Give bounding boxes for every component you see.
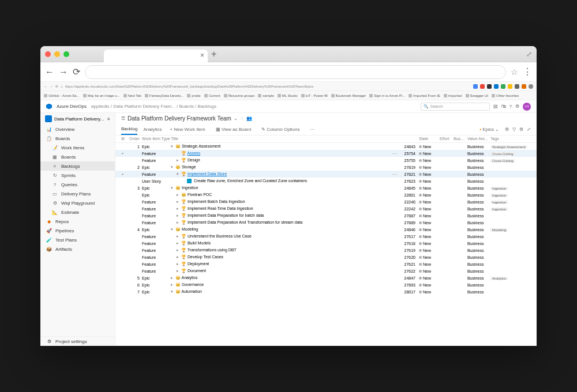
ext-icon[interactable]: [487, 84, 492, 89]
ext-icon[interactable]: [480, 84, 485, 89]
work-item-title[interactable]: Assess: [188, 151, 201, 155]
col-value[interactable]: Value Are...: [467, 137, 490, 141]
breadcrumb-link[interactable]: Data Platform Delivery Fram...: [113, 104, 175, 109]
bookmark-item[interactable]: FantasyData Develo...: [145, 94, 183, 97]
bookmark-item[interactable]: Swagger UI: [466, 94, 488, 97]
expand-toggle[interactable]: ▸: [177, 269, 181, 273]
project-settings-link[interactable]: ⚙ Project settings: [40, 337, 115, 346]
sidebar-item-sprints[interactable]: ↻Sprints: [40, 171, 115, 180]
tag[interactable]: Ingestion: [490, 208, 508, 211]
settings-gear-icon[interactable]: ⚙: [519, 127, 523, 132]
work-item-row[interactable]: Feature▸🏆 Build Models27618NewBusiness: [115, 240, 537, 247]
inner-url[interactable]: https://appliedis.visualstudio.com/Data%…: [65, 85, 314, 88]
fullscreen-icon[interactable]: ⤢: [527, 127, 531, 132]
more-menu-button[interactable]: ⋯: [308, 126, 317, 133]
tag[interactable]: Strategic Assessment: [490, 145, 527, 149]
expand-toggle[interactable]: ▸: [177, 158, 181, 163]
sidebar-item-repos[interactable]: ◆Repos: [40, 217, 115, 226]
work-item-row[interactable]: Feature▸🏆 Design25755NewBusinessCross-Cu…: [115, 157, 537, 164]
expand-toggle[interactable]: ▸: [177, 234, 181, 239]
tab-analytics[interactable]: Analytics: [143, 125, 162, 134]
expand-toggle[interactable]: ▸: [177, 248, 181, 252]
work-item-row[interactable]: 5Epic▸👑 Analytics24847NewBusinessAnalyti…: [115, 274, 537, 281]
chevron-down-icon[interactable]: ⌄: [234, 116, 238, 121]
sidebar-item-backlogs[interactable]: ≡Backlogs: [40, 161, 115, 171]
forward-button[interactable]: →: [59, 67, 68, 77]
bookmark-item[interactable]: ML Studio: [278, 94, 298, 97]
sidebar-item-wiql-playground[interactable]: ⚙Wiql Playground: [40, 198, 115, 208]
view-options-icon[interactable]: ⚙: [505, 127, 509, 132]
col-tags[interactable]: Tags: [490, 137, 531, 141]
sidebar-item-boards[interactable]: 📋Boards: [40, 134, 115, 143]
work-item-row[interactable]: 7Epic▾👑 Automation28017NewBusiness: [115, 288, 537, 295]
work-item-row[interactable]: Feature▸🏆 Implement Batch Data Ingestion…: [115, 198, 537, 205]
search-input[interactable]: 🔍 Search: [421, 103, 490, 111]
expand-toggle[interactable]: ▾: [171, 186, 175, 190]
work-item-row[interactable]: Feature▸🏆 Deployment27621NewBusiness: [115, 261, 537, 267]
row-menu-icon[interactable]: ⋯: [392, 172, 397, 177]
row-menu-icon[interactable]: ⋯: [392, 151, 397, 156]
inner-forward-icon[interactable]: →: [50, 85, 53, 88]
work-item-row[interactable]: Feature▸🏆 Implement Real-Time Data Inges…: [115, 205, 537, 212]
ext-icon[interactable]: [508, 84, 512, 89]
marketplace-icon[interactable]: 🛍: [501, 104, 506, 109]
breadcrumb-link[interactable]: Boards: [179, 104, 194, 109]
work-item-row[interactable]: +Feature▾🏆 Implement Data Store⋯27821New…: [115, 171, 537, 178]
browser-menu-button[interactable]: ⋮: [523, 66, 532, 77]
browser-tab[interactable]: ×: [104, 50, 208, 62]
work-item-row[interactable]: 1Epic▾👑 Strategic Assessment24843NewBusi…: [115, 143, 537, 150]
work-item-row[interactable]: Feature▸🏆 Document27622NewBusiness: [115, 267, 537, 274]
bookmark-item[interactable]: sample: [258, 94, 273, 97]
expand-toggle[interactable]: ▾: [171, 165, 175, 169]
breadcrumb-link[interactable]: Backlogs: [198, 104, 216, 109]
bookmark-star-icon[interactable]: ☆: [511, 67, 518, 77]
col-type[interactable]: Work Item Type: [142, 137, 171, 141]
view-as-board-button[interactable]: ▦View as Board: [213, 126, 253, 133]
col-bus[interactable]: Bus...: [454, 137, 467, 141]
expand-toggle[interactable]: ▾: [171, 144, 175, 149]
new-work-item-button[interactable]: +New Work Item: [167, 126, 207, 133]
work-item-row[interactable]: User Story Create Raw zone, Enriched Zon…: [115, 178, 537, 184]
bookmark-item[interactable]: Sign in to Azure Pi...: [369, 94, 405, 97]
expand-toggle[interactable]: ▸: [177, 220, 181, 225]
inner-reload-icon[interactable]: ⟳: [55, 84, 58, 88]
sidebar-item-artifacts[interactable]: 📦Artifacts: [40, 244, 115, 254]
profile-icon[interactable]: [529, 84, 533, 89]
sidebar-item-pipelines[interactable]: 🚀Pipelines: [40, 226, 115, 235]
bookmark-item[interactable]: Current: [204, 94, 220, 97]
minimize-window-button[interactable]: [54, 51, 60, 57]
reload-button[interactable]: ⟳: [73, 66, 80, 77]
tag[interactable]: Ingestion: [490, 201, 508, 204]
tag[interactable]: Cross-Cutting: [490, 152, 515, 156]
expand-toggle[interactable]: ▾: [177, 172, 181, 176]
back-button[interactable]: ←: [45, 67, 54, 77]
sidebar-item-overview[interactable]: 📊Overview: [40, 125, 115, 134]
expand-toggle[interactable]: ▸: [177, 213, 181, 218]
sidebar-item-estimate[interactable]: 📐Estimate: [40, 208, 115, 217]
add-icon[interactable]: +: [107, 116, 110, 122]
filter-icon[interactable]: ▽: [512, 127, 516, 132]
expand-toggle[interactable]: ▸: [177, 199, 181, 204]
new-tab-button[interactable]: +: [211, 49, 216, 59]
ext-icon[interactable]: [494, 84, 499, 89]
favorite-star-icon[interactable]: ☆: [240, 116, 244, 121]
ext-icon[interactable]: [473, 84, 478, 89]
expand-toggle[interactable]: ▸: [171, 282, 175, 287]
ext-icon[interactable]: [515, 84, 519, 89]
expand-toggle[interactable]: ▸: [177, 206, 181, 211]
bookmark-item[interactable]: IoT - Power BI: [301, 94, 328, 97]
tag[interactable]: Modeling: [490, 228, 508, 232]
work-item-row[interactable]: Feature▸🏆 Develop Test Cases27620NewBusi…: [115, 254, 537, 261]
bookmark-item[interactable]: GitHub - Azure-Sa...: [44, 94, 80, 97]
sidebar-item-queries[interactable]: ?Queries: [40, 180, 115, 189]
bookmark-item[interactable]: Imported From IE: [409, 94, 440, 97]
sidebar-item-boards[interactable]: ▦Boards: [40, 152, 115, 161]
level-selector[interactable]: ▪Epics⌄: [478, 126, 501, 133]
user-avatar[interactable]: YT: [523, 103, 531, 111]
work-item-row[interactable]: 6Epic▸👑 Governance27893NewBusiness: [115, 281, 537, 288]
work-item-row[interactable]: Feature▸🏆 Understand the Business Use Ca…: [115, 233, 537, 240]
bookmark-item[interactable]: Imported: [444, 94, 462, 97]
inner-home-icon[interactable]: ⌂: [61, 85, 63, 88]
expand-toggle[interactable]: ▾: [171, 289, 175, 294]
col-effort[interactable]: Effort: [440, 137, 454, 141]
